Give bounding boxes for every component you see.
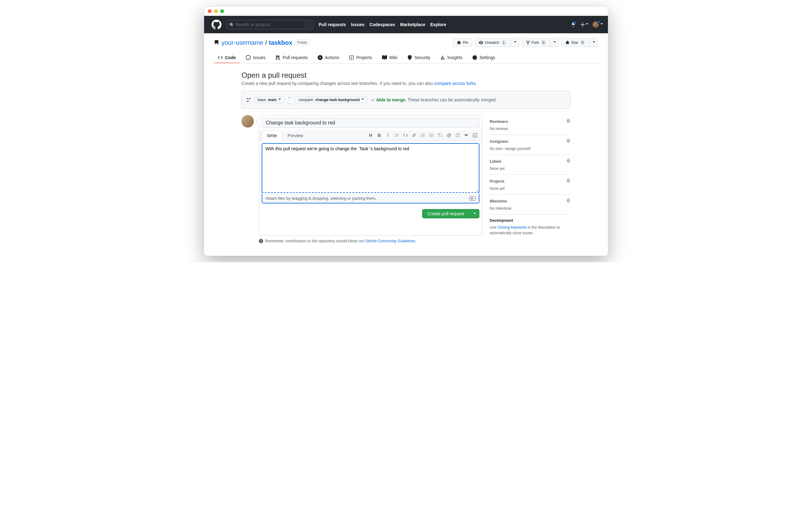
nav-issues[interactable]: Issues bbox=[351, 22, 365, 27]
code-button[interactable] bbox=[403, 133, 408, 138]
tab-projects[interactable]: Projects bbox=[345, 53, 376, 63]
pin-button[interactable]: Pin bbox=[453, 38, 472, 47]
repo-tabs: Code Issues Pull requests Actions Projec… bbox=[214, 53, 598, 63]
star-label: Star bbox=[571, 39, 578, 46]
milestone-gear-icon[interactable] bbox=[566, 199, 571, 204]
repo-actions: Pin Unwatch 1 Fork 0 bbox=[453, 38, 598, 47]
star-button[interactable]: Star 0 bbox=[561, 38, 589, 47]
tab-security[interactable]: Security bbox=[404, 53, 434, 63]
compare-branch-select[interactable]: compare: change-task-background bbox=[295, 96, 368, 103]
task-list-button[interactable] bbox=[438, 133, 443, 138]
labels-body: None yet bbox=[490, 167, 571, 171]
development-title: Development bbox=[490, 218, 571, 223]
dev-text: Use bbox=[490, 225, 497, 230]
projects-gear-icon[interactable] bbox=[566, 179, 571, 184]
heading-button[interactable]: H bbox=[368, 133, 373, 138]
assign-yourself-link[interactable]: assign yourself bbox=[505, 147, 530, 151]
attach-hint-text: Attach files by dragging & dropping, sel… bbox=[265, 196, 376, 201]
tab-issues[interactable]: Issues bbox=[242, 53, 269, 63]
subtitle-text: . bbox=[476, 81, 477, 86]
svg-text:3: 3 bbox=[429, 135, 430, 138]
graph-icon bbox=[440, 55, 445, 60]
notifications-button[interactable] bbox=[571, 22, 576, 28]
watch-dropdown[interactable] bbox=[511, 38, 519, 47]
create-pr-button[interactable]: Create pull request bbox=[422, 209, 469, 218]
closing-keywords-link[interactable]: Closing keywords bbox=[497, 225, 527, 230]
community-guidelines-link[interactable]: GitHub Community Guidelines bbox=[365, 239, 415, 243]
reply-button[interactable] bbox=[464, 133, 469, 138]
cross-reference-button[interactable] bbox=[455, 133, 460, 138]
eye-icon bbox=[479, 40, 483, 45]
user-status-dot-icon bbox=[597, 21, 601, 24]
issue-icon bbox=[246, 55, 251, 60]
base-value: main bbox=[268, 98, 277, 102]
svg-rect-6 bbox=[438, 133, 439, 135]
labels-gear-icon[interactable] bbox=[566, 159, 571, 164]
link-button[interactable] bbox=[412, 133, 416, 138]
compare-label: compare: bbox=[298, 98, 314, 102]
search-input[interactable] bbox=[235, 22, 304, 27]
pr-body-textarea[interactable]: With this pull request we're going to ch… bbox=[262, 143, 480, 193]
close-window-icon[interactable] bbox=[208, 9, 211, 13]
watch-button[interactable]: Unwatch 1 bbox=[475, 38, 511, 47]
quote-button[interactable] bbox=[394, 133, 399, 138]
minimize-window-icon[interactable] bbox=[214, 9, 218, 13]
pr-title-input[interactable] bbox=[262, 118, 480, 128]
projects-title: Projects bbox=[490, 179, 504, 183]
nav-marketplace[interactable]: Marketplace bbox=[400, 22, 425, 27]
global-nav: / Pull requests Issues Codespaces Market… bbox=[204, 16, 608, 33]
mention-button[interactable]: @ bbox=[446, 133, 452, 138]
nav-codespaces[interactable]: Codespaces bbox=[370, 22, 395, 27]
create-pr-dropdown[interactable] bbox=[469, 209, 480, 218]
base-branch-select[interactable]: base: main bbox=[254, 96, 284, 103]
plus-icon bbox=[580, 22, 585, 27]
milestone-body: No milestone bbox=[490, 206, 571, 211]
nav-explore[interactable]: Explore bbox=[430, 22, 446, 27]
unordered-list-button[interactable] bbox=[420, 133, 425, 138]
tab-settings[interactable]: Settings bbox=[468, 53, 499, 63]
preview-tab[interactable]: Preview bbox=[282, 130, 308, 141]
star-dropdown[interactable] bbox=[589, 38, 598, 47]
gear-icon bbox=[472, 55, 477, 60]
play-icon bbox=[318, 55, 323, 60]
bold-button[interactable]: B bbox=[377, 133, 382, 138]
notification-dot-icon bbox=[573, 21, 577, 24]
svg-point-0 bbox=[421, 134, 422, 134]
reviewers-gear-icon[interactable] bbox=[566, 119, 571, 124]
shield-icon bbox=[407, 55, 412, 60]
tab-actions[interactable]: Actions bbox=[314, 53, 343, 63]
global-search[interactable]: / bbox=[227, 20, 314, 29]
saved-replies-button[interactable] bbox=[472, 133, 477, 138]
main-container: Open a pull request Create a new pull re… bbox=[236, 63, 576, 256]
tab-code[interactable]: Code bbox=[214, 53, 239, 63]
assignees-gear-icon[interactable] bbox=[566, 139, 571, 144]
branch-range-box: base: main ←... compare: change-task-bac… bbox=[241, 91, 571, 109]
tab-insights[interactable]: Insights bbox=[436, 53, 466, 63]
compare-forks-link[interactable]: compare across forks bbox=[434, 81, 476, 86]
github-logo-icon[interactable] bbox=[211, 20, 222, 30]
markdown-toolbar: H B I 123 @ bbox=[368, 133, 480, 138]
watch-count: 1 bbox=[501, 39, 507, 46]
fork-icon bbox=[526, 40, 530, 45]
create-new-button[interactable] bbox=[580, 22, 588, 27]
fork-button[interactable]: Fork 0 bbox=[522, 38, 551, 47]
attach-hint[interactable]: Attach files by dragging & dropping, sel… bbox=[262, 194, 480, 204]
repo-name-link[interactable]: taskbox bbox=[269, 39, 292, 47]
code-icon bbox=[218, 55, 223, 60]
tab-wiki[interactable]: Wiki bbox=[378, 53, 401, 63]
repo-owner-link[interactable]: your-username bbox=[222, 39, 263, 47]
merge-detail-text: These branches can be automatically merg… bbox=[408, 97, 497, 102]
markdown-help-icon[interactable]: M↓ bbox=[469, 196, 476, 201]
star-count: 0 bbox=[580, 39, 585, 46]
fork-dropdown[interactable] bbox=[550, 38, 559, 47]
tab-pull-requests[interactable]: Pull requests bbox=[271, 53, 312, 63]
ordered-list-button[interactable]: 123 bbox=[429, 133, 434, 138]
maximize-window-icon[interactable] bbox=[220, 9, 224, 13]
tab-label: Pull requests bbox=[283, 55, 308, 60]
italic-button[interactable]: I bbox=[385, 133, 390, 138]
nav-pull-requests[interactable]: Pull requests bbox=[319, 22, 346, 27]
user-menu-button[interactable] bbox=[593, 22, 603, 28]
write-tab[interactable]: Write bbox=[262, 130, 282, 141]
tab-label: Settings bbox=[480, 55, 495, 60]
base-label: base: bbox=[258, 98, 267, 102]
